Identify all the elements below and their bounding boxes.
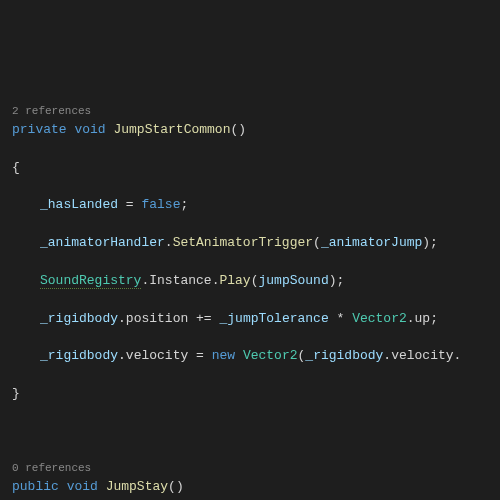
keyword-void: void [74, 122, 105, 137]
method-name: JumpStay [106, 479, 168, 494]
code-line[interactable]: public void JumpStay() [12, 478, 500, 497]
keyword-new: new [212, 348, 235, 363]
blank-line [12, 423, 500, 441]
method-call: Play [219, 273, 250, 288]
code-line[interactable]: private void JumpStartCommon() [12, 121, 500, 140]
code-line[interactable]: _animatorHandler.SetAnimatorTrigger(_ani… [12, 234, 500, 253]
code-line[interactable]: SoundRegistry.Instance.Play(jumpSound); [12, 272, 500, 291]
property: velocity [391, 348, 453, 363]
keyword-private: private [12, 122, 67, 137]
code-line[interactable]: } [12, 385, 500, 404]
argument: jumpSound [259, 273, 329, 288]
property: up [415, 311, 431, 326]
method-name: JumpStartCommon [113, 122, 230, 137]
field: _rigidbody [40, 311, 118, 326]
class-name: SoundRegistry [40, 273, 141, 289]
field: _animatorHandler [40, 235, 165, 250]
field: _rigidbody [40, 348, 118, 363]
field: _rigidbody [305, 348, 383, 363]
codelens-refs[interactable]: 0 references [12, 462, 91, 474]
field: _hasLanded [40, 197, 118, 212]
literal: false [141, 197, 180, 212]
field: _jumpTolerance [219, 311, 328, 326]
codelens-refs[interactable]: 2 references [12, 105, 91, 117]
code-line[interactable]: _rigidbody.velocity = new Vector2(_rigid… [12, 347, 500, 366]
keyword-void: void [67, 479, 98, 494]
property: Instance [149, 273, 211, 288]
method-call: SetAnimatorTrigger [173, 235, 313, 250]
code-line[interactable]: _rigidbody.position += _jumpTolerance * … [12, 310, 500, 329]
keyword-public: public [12, 479, 59, 494]
code-line[interactable]: { [12, 159, 500, 178]
argument: _animatorJump [321, 235, 422, 250]
class-name: Vector2 [243, 348, 298, 363]
code-editor[interactable]: 2 references private void JumpStartCommo… [12, 83, 500, 500]
property: velocity [126, 348, 188, 363]
class-name: Vector2 [352, 311, 407, 326]
code-line[interactable]: _hasLanded = false; [12, 196, 500, 215]
property: position [126, 311, 188, 326]
